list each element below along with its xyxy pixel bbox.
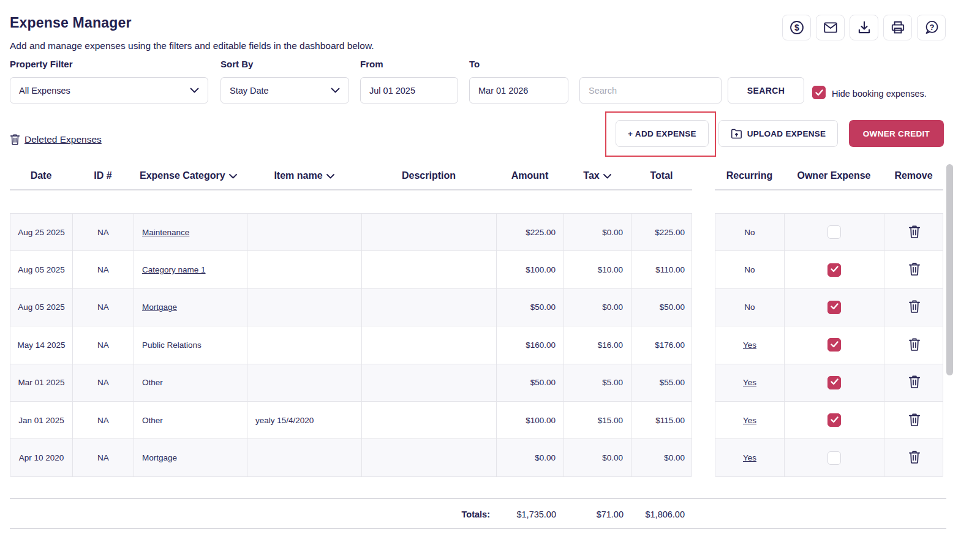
cell-date[interactable]: Apr 10 2020 bbox=[10, 439, 73, 476]
cell-date[interactable]: Mar 01 2025 bbox=[10, 364, 73, 401]
cell-expense-category: Other bbox=[134, 364, 247, 401]
from-label: From bbox=[360, 59, 383, 69]
column-header-item-name[interactable]: Item name bbox=[247, 170, 361, 181]
to-date-input[interactable] bbox=[469, 77, 568, 103]
expense-category-text: Public Relations bbox=[142, 340, 202, 350]
delete-row-button[interactable] bbox=[908, 375, 921, 390]
cell-amount[interactable]: $160.00 bbox=[497, 326, 564, 363]
search-button[interactable]: SEARCH bbox=[728, 77, 804, 103]
cell-item-name[interactable] bbox=[247, 289, 362, 326]
cell-description[interactable] bbox=[362, 326, 497, 363]
delete-row-button[interactable] bbox=[908, 262, 921, 277]
cell-tax[interactable]: $5.00 bbox=[564, 364, 631, 401]
owner-expense-checkbox[interactable] bbox=[827, 263, 841, 277]
table-row-controls: Yes bbox=[715, 402, 943, 439]
expense-category-link[interactable]: Mortgage bbox=[142, 303, 177, 312]
recurring-link[interactable]: Yes bbox=[743, 340, 756, 350]
cell-item-name[interactable] bbox=[247, 364, 362, 401]
column-header-date: Date bbox=[10, 170, 72, 181]
add-expense-button[interactable]: + ADD EXPENSE bbox=[616, 120, 709, 147]
cell-date[interactable]: Jan 01 2025 bbox=[10, 402, 73, 438]
cell-id: NA bbox=[73, 251, 134, 288]
cell-total: $110.00 bbox=[631, 251, 693, 288]
cell-amount[interactable]: $50.00 bbox=[497, 289, 564, 326]
to-label: To bbox=[469, 59, 480, 69]
print-button[interactable] bbox=[883, 15, 912, 40]
table-header-right: RecurringOwner ExpenseRemove bbox=[715, 167, 943, 184]
cell-tax[interactable]: $0.00 bbox=[564, 214, 631, 250]
owner-credit-button[interactable]: OWNER CREDIT bbox=[849, 120, 944, 147]
recurring-link[interactable]: Yes bbox=[743, 378, 756, 387]
cell-description[interactable] bbox=[362, 251, 497, 288]
cell-tax[interactable]: $16.00 bbox=[564, 326, 631, 363]
expense-category-link[interactable]: Category name 1 bbox=[142, 265, 206, 274]
cell-description[interactable] bbox=[362, 439, 497, 476]
cell-expense-category: Mortgage bbox=[134, 439, 247, 476]
owner-expense-checkbox[interactable] bbox=[827, 225, 841, 239]
delete-row-button[interactable] bbox=[908, 225, 921, 240]
sort-chevron-icon bbox=[603, 170, 611, 181]
column-header-label: Date bbox=[31, 170, 52, 181]
column-header-tax[interactable]: Tax bbox=[564, 170, 631, 181]
cell-item-name[interactable] bbox=[247, 251, 362, 288]
cell-amount[interactable]: $225.00 bbox=[497, 214, 564, 250]
cell-description[interactable] bbox=[362, 364, 497, 401]
expense-category-link[interactable]: Maintenance bbox=[142, 228, 189, 237]
cell-amount[interactable]: $100.00 bbox=[497, 251, 564, 288]
cell-description[interactable] bbox=[362, 214, 497, 250]
cell-amount[interactable]: $50.00 bbox=[497, 364, 564, 401]
cell-expense-category: Mortgage bbox=[134, 289, 247, 326]
delete-row-button[interactable] bbox=[908, 337, 921, 353]
deleted-expenses-label: Deleted Expenses bbox=[24, 134, 102, 145]
download-icon bbox=[856, 20, 872, 36]
cell-date[interactable]: Aug 05 2025 bbox=[10, 289, 73, 326]
cell-item-name[interactable] bbox=[247, 439, 362, 476]
deleted-expenses-link[interactable]: Deleted Expenses bbox=[10, 134, 102, 145]
cell-description[interactable] bbox=[362, 289, 497, 326]
hide-booking-checkbox[interactable] bbox=[812, 86, 826, 99]
totals-label: Totals: bbox=[435, 510, 496, 519]
recurring-link[interactable]: Yes bbox=[743, 453, 756, 462]
cell-item-name[interactable] bbox=[247, 214, 362, 250]
cell-item-name[interactable]: yealy 15/4/2020 bbox=[247, 402, 362, 438]
owner-expense-checkbox[interactable] bbox=[827, 413, 841, 427]
from-date-input[interactable] bbox=[360, 77, 458, 103]
cell-tax[interactable]: $0.00 bbox=[564, 439, 631, 476]
owner-expense-checkbox[interactable] bbox=[827, 376, 841, 389]
cell-tax[interactable]: $15.00 bbox=[564, 402, 631, 438]
table-row: Apr 10 2020NAMortgage$0.00$0.00$0.00 bbox=[10, 439, 692, 476]
sort-by-select[interactable]: Stay Date bbox=[221, 77, 349, 103]
sort-chevron-icon bbox=[326, 170, 334, 181]
cell-recurring: No bbox=[715, 214, 785, 250]
cell-tax[interactable]: $0.00 bbox=[564, 289, 631, 326]
owner-expense-checkbox[interactable] bbox=[827, 301, 841, 314]
owner-expense-checkbox[interactable] bbox=[827, 451, 841, 465]
recurring-link[interactable]: Yes bbox=[743, 416, 756, 425]
download-button[interactable] bbox=[850, 15, 878, 40]
help-button[interactable]: ? bbox=[917, 15, 946, 40]
cell-item-name[interactable] bbox=[247, 326, 362, 363]
owner-expense-checkbox[interactable] bbox=[827, 338, 841, 352]
column-header-expense-category[interactable]: Expense Category bbox=[134, 170, 247, 181]
delete-row-button[interactable] bbox=[908, 450, 921, 465]
dollar-button[interactable]: $ bbox=[782, 15, 811, 40]
upload-expense-button[interactable]: UPLOAD EXPENSE bbox=[718, 120, 838, 147]
cell-amount[interactable]: $100.00 bbox=[497, 402, 564, 438]
delete-row-button[interactable] bbox=[908, 413, 921, 428]
vertical-scrollbar[interactable] bbox=[946, 164, 953, 375]
cell-date[interactable]: Aug 25 2025 bbox=[10, 214, 73, 250]
cell-amount[interactable]: $0.00 bbox=[497, 439, 564, 476]
mail-button[interactable] bbox=[816, 15, 845, 40]
delete-row-button[interactable] bbox=[908, 299, 921, 315]
cell-id: NA bbox=[73, 402, 134, 438]
cell-id: NA bbox=[73, 214, 134, 250]
table-row-controls: Yes bbox=[715, 439, 943, 476]
cell-tax[interactable]: $10.00 bbox=[564, 251, 631, 288]
cell-date[interactable]: May 14 2025 bbox=[10, 326, 73, 363]
folder-upload-icon bbox=[731, 129, 742, 139]
cell-recurring: Yes bbox=[715, 402, 785, 438]
search-input[interactable] bbox=[579, 77, 722, 103]
cell-date[interactable]: Aug 05 2025 bbox=[10, 251, 73, 288]
cell-description[interactable] bbox=[362, 402, 497, 438]
property-filter-select[interactable]: All Expenses bbox=[10, 77, 208, 103]
